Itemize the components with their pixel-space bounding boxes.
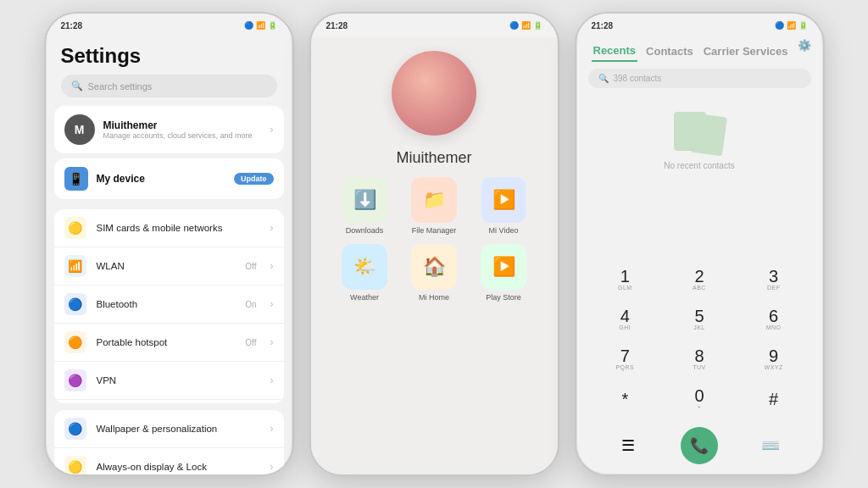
file-manager-label: File Manager <box>412 226 457 236</box>
account-subtitle: Manage accounts, cloud services, and mor… <box>103 131 262 140</box>
settings-item-wlan[interactable]: 📶 WLAN Off › <box>54 247 284 286</box>
phones-container: 21:28 🔵 📶 🔋 Settings 🔍 Search settings M… <box>0 0 868 488</box>
numpad-3[interactable]: 3DEF <box>738 261 810 297</box>
numpad-0[interactable]: 0+ <box>664 380 735 417</box>
battery-icon: 🔋 <box>268 21 277 30</box>
file-manager-icon: 📁 <box>411 177 457 223</box>
status-bar-3: 21:28 🔵 📶 🔋 <box>576 14 823 37</box>
battery-icon-2: 🔋 <box>533 21 542 30</box>
call-button[interactable]: 📞 <box>681 427 718 464</box>
contact-card-front <box>674 112 706 151</box>
numpad-9[interactable]: 9WXYZ <box>738 341 810 377</box>
numpad-5[interactable]: 5JKL <box>664 301 735 337</box>
device-icon: 📱 <box>64 167 88 191</box>
numpad-hash[interactable]: # <box>738 380 810 417</box>
signal-icon-3: 📶 <box>787 21 796 30</box>
phone-dialer: 21:28 🔵 📶 🔋 ⚙️ Recents Contacts Carrier … <box>575 12 825 476</box>
signal-icon-2: 📶 <box>521 21 531 30</box>
app-file-manager[interactable]: 📁 File Manager <box>404 177 464 236</box>
vpn-label: VPN <box>97 375 260 385</box>
search-icon-dialer: 🔍 <box>598 74 609 83</box>
settings-content: Settings 🔍 Search settings M Miuithemer … <box>46 37 292 474</box>
menu-button[interactable]: ☰ <box>609 427 647 464</box>
bluetooth-label: Bluetooth <box>97 299 236 309</box>
status-icons-2: 🔵 📶 🔋 <box>509 21 542 30</box>
tab-carrier-services[interactable]: Carrier Services <box>702 42 790 61</box>
app-grid-row1: ⬇️ Downloads 📁 File Manager ▶️ Mi Video <box>318 177 550 236</box>
numpad-8[interactable]: 8TUV <box>664 341 735 377</box>
settings-section-1: 🟡 SIM cards & mobile networks › 📶 WLAN O… <box>54 209 284 403</box>
chevron-icon: › <box>270 423 274 435</box>
my-device-label: My device <box>97 173 225 185</box>
sim-label: SIM cards & mobile networks <box>97 223 260 233</box>
update-badge[interactable]: Update <box>234 173 274 185</box>
bluetooth-icon-2: 🔵 <box>509 21 519 30</box>
dialer-search-bar[interactable]: 🔍 398 contacts <box>588 69 811 88</box>
numpad-star[interactable]: * <box>590 380 661 417</box>
bluetooth-icon: 🔵 <box>244 21 253 30</box>
settings-item-bluetooth[interactable]: 🔵 Bluetooth On › <box>54 286 284 324</box>
downloads-icon: ⬇️ <box>342 177 387 223</box>
phone-settings: 21:28 🔵 📶 🔋 Settings 🔍 Search settings M… <box>44 12 294 476</box>
numpad-7[interactable]: 7PQRS <box>590 341 661 377</box>
gear-icon[interactable]: ⚙️ <box>798 39 811 52</box>
dialer-search-placeholder: 398 contacts <box>614 74 662 83</box>
settings-item-hotspot[interactable]: 🟠 Portable hotspot Off › <box>54 324 284 362</box>
status-icons-1: 🔵 📶 🔋 <box>244 21 277 30</box>
bluetooth-icon-3: 🔵 <box>775 21 784 30</box>
status-icons-3: 🔵 📶 🔋 <box>775 21 808 30</box>
my-device-row[interactable]: 📱 My device Update <box>54 158 284 199</box>
time-1: 21:28 <box>61 21 83 30</box>
settings-item-sim[interactable]: 🟡 SIM cards & mobile networks › <box>54 209 284 247</box>
settings-item-aod[interactable]: 🟡 Always-on display & Lock › <box>54 448 284 474</box>
chevron-icon: › <box>270 461 274 473</box>
app-mi-home[interactable]: 🏠 Mi Home <box>404 244 464 302</box>
home-screen-content: Miuithemer ⬇️ Downloads 📁 File Manager ▶… <box>311 37 558 474</box>
sim-icon: 🟡 <box>64 217 86 239</box>
avatar: M <box>64 114 95 145</box>
bluetooth-value: On <box>245 300 256 309</box>
wallpaper-label: Wallpaper & personalization <box>97 424 260 434</box>
dialer-content: ⚙️ Recents Contacts Carrier Services 🔍 3… <box>576 37 823 474</box>
mi-home-label: Mi Home <box>419 293 449 302</box>
home-avatar <box>392 51 476 136</box>
settings-item-wallpaper[interactable]: 🔵 Wallpaper & personalization › <box>54 410 284 448</box>
aod-label: Always-on display & Lock <box>97 462 260 472</box>
search-icon: 🔍 <box>71 80 83 92</box>
no-contacts-text: No recent contacts <box>664 161 734 170</box>
account-row[interactable]: M Miuithemer Manage accounts, cloud serv… <box>54 106 284 153</box>
app-weather[interactable]: 🌤️ Weather <box>335 244 394 302</box>
hotspot-value: Off <box>245 338 256 347</box>
chevron-icon: › <box>270 298 274 310</box>
weather-icon: 🌤️ <box>342 244 387 290</box>
tab-recents[interactable]: Recents <box>592 41 638 62</box>
no-contacts-area: No recent contacts <box>576 95 823 258</box>
settings-item-connection[interactable]: 🔴 Connection & sharing › <box>54 400 284 403</box>
settings-item-vpn[interactable]: 🟣 VPN › <box>54 362 284 400</box>
status-bar-1: 21:28 🔵 📶 🔋 <box>46 14 292 37</box>
account-name: Miuithemer <box>103 119 262 131</box>
tab-contacts[interactable]: Contacts <box>644 42 695 61</box>
keypad-button[interactable]: ⌨️ <box>752 427 789 464</box>
app-play-store[interactable]: ▶️ Play Store <box>474 244 533 302</box>
settings-search-bar[interactable]: 🔍 Search settings <box>61 75 277 97</box>
wlan-value: Off <box>245 262 256 271</box>
dialer-tabs: Recents Contacts Carrier Services <box>576 37 823 65</box>
contacts-illustration <box>674 112 725 154</box>
numpad-1[interactable]: 1GLM <box>590 261 661 297</box>
settings-section-2: 🔵 Wallpaper & personalization › 🟡 Always… <box>54 410 284 474</box>
vpn-icon: 🟣 <box>64 369 86 391</box>
app-grid-row2: 🌤️ Weather 🏠 Mi Home ▶️ Play Store <box>318 244 550 302</box>
chevron-icon: › <box>270 124 274 136</box>
time-2: 21:28 <box>326 21 348 30</box>
chevron-icon: › <box>270 260 274 272</box>
mi-video-icon: ▶️ <box>481 177 526 223</box>
numpad-4[interactable]: 4GHI <box>590 301 661 337</box>
numpad-2[interactable]: 2ABC <box>664 261 735 297</box>
mi-home-icon: 🏠 <box>411 244 457 290</box>
app-downloads[interactable]: ⬇️ Downloads <box>335 177 394 236</box>
wallpaper-icon: 🔵 <box>64 418 86 440</box>
app-mi-video[interactable]: ▶️ Mi Video <box>474 177 533 236</box>
numpad-6[interactable]: 6MNO <box>738 301 810 337</box>
status-bar-2: 21:28 🔵 📶 🔋 <box>311 14 558 37</box>
